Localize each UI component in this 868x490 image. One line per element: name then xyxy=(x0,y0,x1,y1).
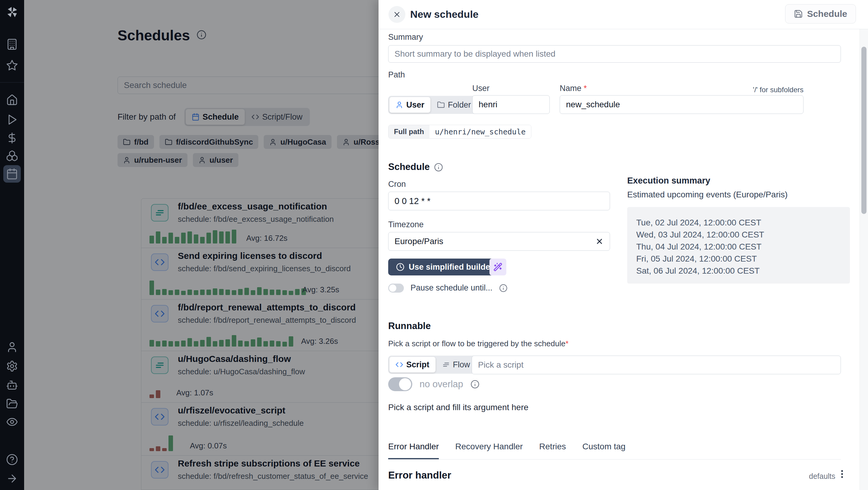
full-path-badge: Full path u/henri/new_schedule xyxy=(388,125,531,139)
summary-input[interactable]: Short summary to be displayed when liste… xyxy=(388,45,841,63)
args-hint: Pick a script and fill its argument here xyxy=(388,403,528,412)
event-item: Sat, 06 Jul 2024, 12:00:00 CEST xyxy=(636,265,850,277)
runs-play-icon[interactable] xyxy=(6,114,18,126)
ai-wand-button[interactable] xyxy=(490,258,506,275)
resources-boxes-icon[interactable] xyxy=(6,150,18,162)
variables-dollar-icon[interactable] xyxy=(6,132,18,144)
required-asterisk: * xyxy=(584,84,587,93)
toggle-folder[interactable]: Folder xyxy=(431,97,477,113)
clock-icon xyxy=(396,263,404,271)
tab-recovery-handler[interactable]: Recovery Handler xyxy=(456,442,523,458)
flow-icon xyxy=(442,361,450,369)
calendar-icon xyxy=(6,168,18,180)
sidebar xyxy=(0,0,24,490)
toggle-script[interactable]: Script xyxy=(390,357,435,372)
runnable-kind-toggle: Script Flow xyxy=(388,356,477,374)
error-handler-heading: Error handler xyxy=(388,469,451,481)
user-icon xyxy=(396,101,403,109)
folders-icon[interactable] xyxy=(6,398,18,410)
full-path-value: u/henri/new_schedule xyxy=(430,125,531,138)
no-overlap-label: no overlap xyxy=(420,379,463,390)
summary-label: Summary xyxy=(388,33,423,42)
event-item: Wed, 03 Jul 2024, 12:00:00 CEST xyxy=(636,229,850,241)
event-item: Tue, 02 Jul 2024, 12:00:00 CEST xyxy=(636,217,850,229)
subfolder-hint: '/' for subfolders xyxy=(719,86,804,94)
audit-eye-icon[interactable] xyxy=(6,416,18,428)
workers-robot-icon[interactable] xyxy=(6,379,18,391)
user-col-label: User xyxy=(472,84,490,93)
workspace-icon[interactable] xyxy=(6,38,18,50)
pick-script-input[interactable]: Pick a script xyxy=(472,356,841,374)
new-schedule-drawer: New schedule Schedule Summary Short summ… xyxy=(378,0,868,490)
owner-toggle-group: User Folder xyxy=(388,96,478,114)
save-icon xyxy=(794,9,803,19)
help-icon[interactable] xyxy=(6,454,18,466)
full-path-label: Full path xyxy=(389,125,430,138)
runnable-heading: Runnable xyxy=(388,320,431,332)
settings-gear-icon[interactable] xyxy=(6,360,18,372)
toggle-flow[interactable]: Flow xyxy=(436,357,476,372)
windmill-logo-icon[interactable] xyxy=(5,5,19,19)
required-asterisk: * xyxy=(565,339,568,348)
drawer-header: New schedule Schedule xyxy=(378,0,868,29)
clear-x-icon[interactable] xyxy=(595,237,604,246)
users-icon[interactable] xyxy=(6,341,18,353)
favorites-star-icon[interactable] xyxy=(6,59,18,71)
close-button[interactable] xyxy=(389,6,405,23)
drawer-scrollbar[interactable] xyxy=(860,29,868,490)
execution-summary-heading: Execution summary xyxy=(627,176,710,186)
save-schedule-button[interactable]: Schedule xyxy=(785,4,856,24)
pick-runnable-label: Pick a script or flow to be triggered by… xyxy=(388,339,568,348)
sidebar-item-schedules-selected[interactable] xyxy=(3,165,21,183)
info-icon[interactable] xyxy=(434,163,443,173)
info-icon[interactable] xyxy=(470,380,479,389)
pause-row: Pause schedule until... xyxy=(388,283,507,293)
tab-error-handler[interactable]: Error Handler xyxy=(388,442,439,459)
schedule-heading: Schedule xyxy=(388,161,430,172)
folder-icon xyxy=(437,101,445,109)
pause-toggle[interactable] xyxy=(388,283,404,293)
expand-arrow-icon[interactable] xyxy=(6,472,18,485)
name-input[interactable]: new_schedule xyxy=(560,95,804,114)
event-item: Thu, 04 Jul 2024, 12:00:00 CEST xyxy=(636,241,850,253)
path-label: Path xyxy=(388,70,405,80)
code-icon xyxy=(396,361,403,369)
toggle-user[interactable]: User xyxy=(390,97,430,113)
upcoming-events-box: Tue, 02 Jul 2024, 12:00:00 CEST Wed, 03 … xyxy=(627,207,850,283)
no-overlap-toggle[interactable] xyxy=(388,377,412,391)
tab-custom-tag[interactable]: Custom tag xyxy=(582,442,625,458)
drawer-title: New schedule xyxy=(410,8,478,20)
simplified-builder-button[interactable]: Use simplified builder xyxy=(388,258,501,275)
tab-retries[interactable]: Retries xyxy=(539,442,566,458)
kebab-menu-icon[interactable] xyxy=(839,469,845,479)
timezone-label: Timezone xyxy=(388,220,424,229)
pause-label: Pause schedule until... xyxy=(410,283,493,293)
wand-sparkles-icon xyxy=(493,263,502,272)
cron-label: Cron xyxy=(388,180,406,189)
cron-input[interactable]: 0 0 12 * * xyxy=(388,192,610,210)
info-icon[interactable] xyxy=(499,284,507,292)
name-label: Name * xyxy=(560,84,587,93)
timezone-input[interactable]: Europe/Paris xyxy=(388,232,610,251)
home-icon[interactable] xyxy=(6,94,18,106)
execution-summary-sub: Estimated upcoming events (Europe/Paris) xyxy=(627,190,787,200)
defaults-label: defaults xyxy=(809,472,835,481)
close-icon xyxy=(393,10,401,19)
user-input[interactable]: henri xyxy=(472,95,550,114)
no-overlap-row: no overlap xyxy=(388,377,479,391)
handler-tabs: Error Handler Recovery Handler Retries C… xyxy=(388,442,841,460)
scrollbar-thumb[interactable] xyxy=(861,47,867,214)
sidebar-divider xyxy=(0,82,24,83)
event-item: Fri, 05 Jul 2024, 12:00:00 CEST xyxy=(636,253,850,265)
